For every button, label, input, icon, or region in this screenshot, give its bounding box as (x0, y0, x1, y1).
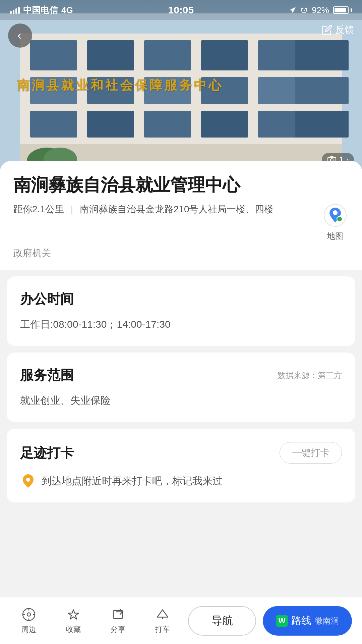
share-icon (111, 607, 125, 622)
checkin-button[interactable]: 一键打卡 (280, 442, 342, 464)
service-scope-title: 服务范围 (20, 366, 74, 384)
divider: | (71, 204, 76, 214)
status-left: 中国电信 4G (10, 4, 73, 16)
status-bar: 中国电信 4G 10:05 92% (0, 0, 362, 20)
map-icon (322, 202, 349, 229)
address-text: 南涧彝族自治县金龙路210号人社局一楼、四楼 (80, 204, 274, 214)
wechat-icon: W (276, 615, 288, 627)
edit-icon (322, 24, 333, 35)
carrier-label: 中国电信 (23, 4, 58, 16)
place-meta: 距你2.1公里 | 南涧彝族自治县金龙路210号人社局一楼、四楼 地图 (13, 202, 349, 241)
main-info-card: 南涧彝族自治县就业管理中心 距你2.1公里 | 南涧彝族自治县金龙路210号人社… (0, 161, 362, 270)
back-button[interactable]: ‹ (8, 23, 32, 48)
collect-icon (66, 607, 81, 622)
svg-rect-18 (201, 111, 248, 138)
checkin-location-icon (20, 473, 36, 489)
navigate-label: 导航 (212, 613, 233, 628)
service-scope-card: 服务范围 数据来源：第三方 就业创业、失业保险 (7, 353, 355, 422)
nearby-icon (21, 607, 36, 622)
svg-point-36 (27, 613, 31, 616)
status-right: 92% (289, 5, 352, 15)
map-pin-icon (323, 204, 347, 227)
battery-icon (333, 6, 352, 14)
svg-point-33 (337, 216, 342, 222)
place-name: 南涧彝族自治县就业管理中心 (13, 174, 349, 195)
taxi-label: 打车 (155, 625, 170, 635)
route-app-name: 微南涧 (315, 615, 339, 626)
distance-badge: 距你2.1公里 (13, 204, 64, 214)
checkin-text: 到达地点附近时再来打卡吧，标记我来过 (42, 474, 223, 488)
svg-rect-16 (87, 111, 134, 138)
feedback-label: 反馈 (335, 23, 354, 36)
svg-rect-17 (144, 111, 191, 138)
feedback-button[interactable]: 反馈 (322, 23, 354, 36)
nav-item-collect[interactable]: 收藏 (51, 607, 96, 635)
share-label: 分享 (111, 625, 125, 635)
checkin-card: 足迹打卡 一键打卡 到达地点附近时再来打卡吧，标记我来过 (7, 429, 355, 502)
svg-rect-8 (295, 40, 349, 70)
nav-item-taxi[interactable]: 打车 (140, 607, 185, 635)
data-source-label: 数据来源：第三方 (278, 370, 342, 381)
svg-rect-5 (144, 40, 191, 70)
checkin-info: 到达地点附近时再来打卡吧，标记我来过 (20, 473, 342, 489)
svg-rect-3 (30, 40, 77, 70)
back-arrow-icon: ‹ (17, 29, 21, 43)
time-label: 10:05 (168, 4, 194, 16)
distance-address: 距你2.1公里 | 南涧彝族自治县金龙路210号人社局一楼、四楼 (13, 202, 315, 217)
place-meta-text: 距你2.1公里 | 南涧彝族自治县金龙路210号人社局一楼、四楼 (13, 202, 315, 220)
office-hours-title: 办公时间 (20, 290, 342, 308)
svg-rect-20 (295, 111, 349, 138)
taxi-icon (155, 607, 170, 622)
nearby-label: 周边 (21, 625, 36, 635)
svg-point-32 (333, 210, 338, 215)
nav-item-share[interactable]: 分享 (96, 607, 140, 635)
bottom-nav: 周边 收藏 分享 打车 导航 W 路线 微南涧 (0, 597, 362, 644)
network-label: 4G (61, 5, 73, 15)
checkin-title: 足迹打卡 (20, 444, 74, 462)
svg-rect-4 (87, 40, 134, 70)
location-arrow-icon (289, 6, 296, 14)
building-text: 南涧县就业和社会保障服务中心 (17, 77, 223, 94)
office-hours-content: 工作日:08:00-11:30；14:00-17:30 (20, 316, 342, 332)
svg-rect-6 (201, 40, 248, 70)
hero-image: 南涧县就业和社会保障服务中心 ‹ 反馈 1 › (0, 0, 362, 174)
signal-icon (10, 6, 20, 14)
office-hours-card: 办公时间 工作日:08:00-11:30；14:00-17:30 (7, 276, 355, 346)
route-label: 路线 (291, 614, 311, 628)
map-label: 地图 (327, 231, 343, 241)
navigate-button[interactable]: 导航 (188, 606, 256, 636)
route-button[interactable]: W 路线 微南涧 (263, 606, 352, 636)
svg-marker-43 (157, 610, 168, 617)
map-button[interactable]: 地图 (322, 202, 349, 241)
service-scope-content: 就业创业、失业保险 (20, 392, 342, 409)
building-svg (0, 13, 362, 174)
alarm-icon (300, 6, 308, 14)
nav-item-nearby[interactable]: 周边 (7, 607, 51, 635)
battery-label: 92% (312, 5, 329, 15)
place-type: 政府机关 (13, 247, 349, 260)
service-scope-header: 服务范围 数据来源：第三方 (20, 366, 342, 384)
checkin-header: 足迹打卡 一键打卡 (20, 442, 342, 464)
svg-point-34 (26, 478, 30, 482)
svg-rect-14 (295, 77, 349, 104)
svg-rect-15 (30, 111, 77, 138)
collect-label: 收藏 (66, 625, 81, 635)
